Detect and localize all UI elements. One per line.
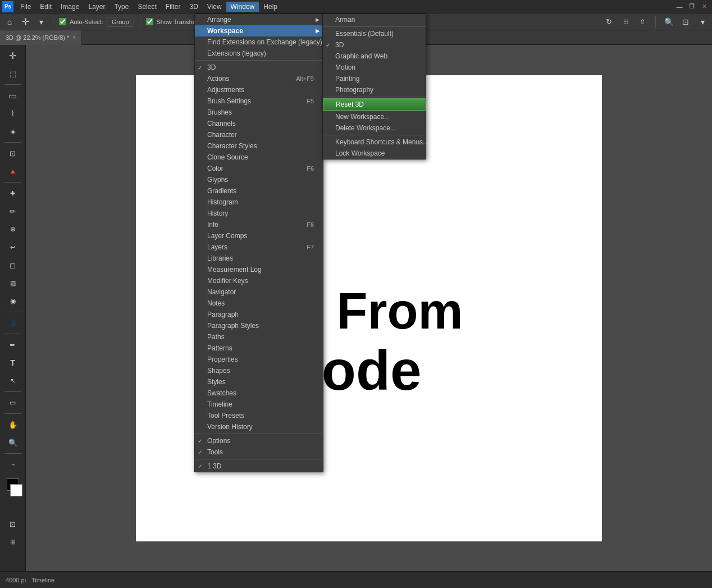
window-version-history[interactable]: Version History <box>195 421 323 432</box>
tool-healing[interactable]: ✚ <box>3 185 23 202</box>
tool-blur[interactable]: ◉ <box>3 293 23 309</box>
window-layer-comps[interactable]: Layer Comps <box>195 230 323 241</box>
window-gradients[interactable]: Gradients <box>195 185 323 197</box>
rotate-icon[interactable]: ↻ <box>603 16 615 28</box>
document-tab[interactable]: 3D @ 22.2% (RGB/8) * × <box>0 30 82 45</box>
menu-file[interactable]: File <box>16 2 35 12</box>
window-swatches[interactable]: Swatches <box>195 388 323 399</box>
window-histogram[interactable]: Histogram <box>195 197 323 208</box>
workspace-graphic-web[interactable]: Graphic and Web <box>323 51 426 62</box>
tool-crop[interactable]: ⊡ <box>3 145 23 162</box>
window-channels[interactable]: Channels <box>195 118 323 129</box>
window-libraries[interactable]: Libraries <box>195 253 323 264</box>
workspace-arman[interactable]: Arman <box>323 14 426 25</box>
menu-help[interactable]: Help <box>259 2 282 12</box>
workspace-new[interactable]: New Workspace... <box>323 111 426 122</box>
tool-path-select[interactable]: ↖ <box>3 372 23 389</box>
tool-marquee[interactable]: ▭ <box>3 87 23 104</box>
tool-type[interactable]: T <box>3 354 23 371</box>
restore-button[interactable]: ❒ <box>686 2 697 12</box>
window-shapes[interactable]: Shapes <box>195 365 323 376</box>
tool-move[interactable]: ✛ <box>3 47 23 64</box>
window-workspace[interactable]: Workspace <box>195 25 323 37</box>
show-transform-checkbox[interactable] <box>146 18 153 25</box>
move-icon[interactable]: ✛ <box>19 16 31 28</box>
window-arrange[interactable]: Arrange <box>195 14 323 25</box>
workspace-lock[interactable]: Lock Workspace <box>323 148 426 159</box>
window-tools[interactable]: ✓ Tools <box>195 446 323 458</box>
home-icon[interactable]: ⌂ <box>3 16 16 28</box>
window-properties[interactable]: Properties <box>195 354 323 365</box>
doc-tab-close[interactable]: × <box>72 34 76 40</box>
window-clone-source[interactable]: Clone Source <box>195 152 323 163</box>
share-icon[interactable]: ⇧ <box>636 16 649 28</box>
tool-dodge[interactable]: 🌑 <box>3 314 23 331</box>
window-color[interactable]: Color F6 <box>195 163 323 174</box>
workspace-motion[interactable]: Motion <box>323 62 426 73</box>
menu-type[interactable]: Type <box>109 2 133 12</box>
tool-clone[interactable]: ⊕ <box>3 221 23 238</box>
window-notes[interactable]: Notes <box>195 298 323 309</box>
screen-mode-icon[interactable]: ⊡ <box>679 16 692 28</box>
window-paragraph[interactable]: Paragraph <box>195 309 323 320</box>
tool-gradient[interactable]: ▨ <box>3 275 23 291</box>
menu-select[interactable]: Select <box>133 2 161 12</box>
tool-screen-mode[interactable]: ⊞ <box>3 534 23 550</box>
workspace-essentials[interactable]: Essentials (Default) <box>323 28 426 39</box>
window-styles[interactable]: Styles <box>195 376 323 388</box>
window-patterns[interactable]: Patterns <box>195 343 323 354</box>
tool-eraser[interactable]: ◻ <box>3 257 23 274</box>
move-dropdown-icon[interactable]: ▾ <box>35 16 47 28</box>
background-color[interactable] <box>10 484 22 496</box>
minimize-button[interactable]: — <box>674 2 685 12</box>
workspace-photography[interactable]: Photography <box>323 84 426 95</box>
window-paragraph-styles[interactable]: Paragraph Styles <box>195 320 323 331</box>
window-actions[interactable]: Actions Alt+F9 <box>195 73 323 84</box>
window-modifier-keys[interactable]: Modifier Keys <box>195 275 323 286</box>
tool-quick-select[interactable]: ◈ <box>3 123 23 140</box>
window-measurement-log[interactable]: Measurement Log <box>195 264 323 275</box>
window-3d[interactable]: ✓ 3D <box>195 62 323 73</box>
tool-brush[interactable]: ✏ <box>3 203 23 220</box>
menu-3d[interactable]: 3D <box>185 2 202 12</box>
workspace-3d[interactable]: ✓ 3D <box>323 39 426 51</box>
tool-artboard[interactable]: ⬚ <box>3 65 23 82</box>
window-character-styles[interactable]: Character Styles <box>195 140 323 152</box>
tool-quick-mask[interactable]: ⊡ <box>3 516 23 532</box>
window-timeline[interactable]: Timeline <box>195 399 323 410</box>
window-navigator[interactable]: Navigator <box>195 286 323 298</box>
menu-layer[interactable]: Layer <box>84 2 109 12</box>
workspace-reset-3d[interactable]: Reset 3D <box>323 98 426 111</box>
tool-lasso[interactable]: ⌇ <box>3 105 23 122</box>
tool-zoom[interactable]: 🔍 <box>3 434 23 451</box>
menu-edit[interactable]: Edit <box>35 2 56 12</box>
workspace-delete[interactable]: Delete Workspace... <box>323 122 426 134</box>
window-extensions-exchange[interactable]: Find Extensions on Exchange (legacy)... <box>195 37 323 48</box>
menu-window[interactable]: Window <box>226 2 259 12</box>
tool-eyedropper[interactable]: 🔺 <box>3 163 23 180</box>
window-brush-settings[interactable]: Brush Settings F5 <box>195 95 323 107</box>
window-options[interactable]: ✓ Options <box>195 435 323 446</box>
window-character[interactable]: Character <box>195 129 323 140</box>
window-info[interactable]: Info F8 <box>195 219 323 230</box>
window-adjustments[interactable]: Adjustments <box>195 84 323 95</box>
tool-hand[interactable]: ✋ <box>3 416 23 433</box>
window-paths[interactable]: Paths <box>195 331 323 343</box>
window-1-3d[interactable]: ✓ 1 3D <box>195 461 323 472</box>
auto-select-dropdown[interactable]: Group <box>107 17 134 27</box>
workspace-keyboard-shortcuts[interactable]: Keyboard Shortcuts & Menus... <box>323 136 426 148</box>
search-icon[interactable]: 🔍 <box>663 16 675 28</box>
auto-select-checkbox[interactable] <box>59 18 66 25</box>
3d-icon[interactable]: ⊞ <box>619 16 632 28</box>
window-history[interactable]: History <box>195 208 323 219</box>
menu-image[interactable]: Image <box>56 2 84 12</box>
settings-icon[interactable]: ▾ <box>696 16 709 28</box>
close-button[interactable]: ✕ <box>699 2 710 12</box>
menu-filter[interactable]: Filter <box>161 2 185 12</box>
tool-history-brush[interactable]: ↩ <box>3 239 23 256</box>
tool-pen[interactable]: ✒ <box>3 336 23 353</box>
window-tool-presets[interactable]: Tool Presets <box>195 410 323 421</box>
window-brushes[interactable]: Brushes <box>195 107 323 118</box>
window-glyphs[interactable]: Glyphs <box>195 174 323 185</box>
tool-shape[interactable]: ▭ <box>3 394 23 411</box>
